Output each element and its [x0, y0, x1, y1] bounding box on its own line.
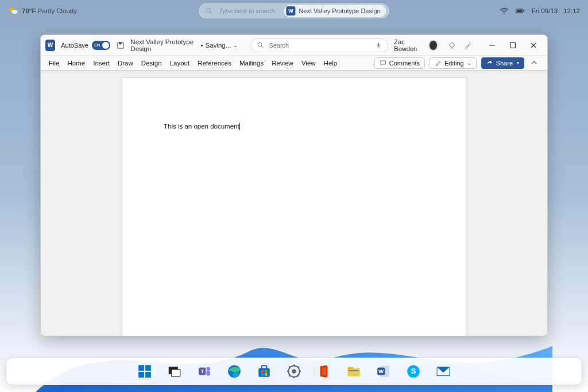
titlebar-search-input[interactable] — [269, 42, 370, 49]
editing-dropdown[interactable]: Editing ⌄ — [430, 57, 477, 69]
search-icon — [205, 7, 213, 15]
system-search-pill[interactable]: Type here to search W Next Valley Protot… — [199, 3, 389, 18]
tab-review[interactable]: Review — [272, 60, 293, 67]
system-search-result-pill[interactable]: W Next Valley Prototype Design — [284, 5, 386, 17]
share-button[interactable]: Share ▾ — [481, 57, 524, 69]
taskbar-task-view[interactable] — [167, 363, 183, 379]
time-text[interactable]: 12:12 — [563, 7, 580, 14]
ribbon-tabs: File Home Insert Draw Design Layout Refe… — [41, 56, 547, 71]
svg-line-3 — [210, 12, 212, 14]
svg-rect-12 — [378, 42, 380, 46]
toggle-switch[interactable]: On — [92, 41, 110, 50]
svg-rect-20 — [138, 372, 144, 378]
titlebar-search[interactable] — [250, 38, 388, 52]
mic-icon[interactable] — [375, 42, 382, 49]
chevron-down-icon: ▾ — [517, 60, 519, 65]
svg-point-26 — [206, 367, 210, 371]
svg-rect-9 — [119, 42, 122, 44]
taskbar-start[interactable] — [137, 363, 153, 379]
taskbar: T W S — [6, 358, 582, 385]
comments-button[interactable]: Comments — [374, 57, 425, 69]
autosave-toggle[interactable]: AutoSave On — [61, 41, 110, 50]
user-name-text: Zac Bowden — [394, 38, 423, 52]
chevron-down-icon: ⌄ — [233, 42, 238, 48]
battery-icon[interactable] — [516, 7, 525, 14]
taskbar-skype[interactable]: S — [405, 363, 421, 379]
svg-rect-29 — [258, 368, 270, 377]
diamond-icon[interactable] — [447, 41, 457, 50]
pencil-icon — [435, 60, 442, 67]
svg-rect-31 — [261, 370, 264, 372]
tab-insert[interactable]: Insert — [93, 60, 110, 67]
svg-point-10 — [258, 42, 262, 46]
document-title[interactable]: Next Valley Prototype Design • Saving...… — [130, 38, 238, 52]
svg-rect-23 — [172, 370, 180, 377]
weather-text: Partly Cloudy — [38, 7, 77, 14]
text-cursor — [239, 123, 240, 130]
svg-line-42 — [298, 375, 299, 377]
share-icon — [486, 60, 493, 67]
system-topbar: 70°F Partly Cloudy Type here to search W… — [0, 5, 588, 17]
document-page[interactable]: This is an open document — [122, 77, 466, 336]
svg-rect-15 — [510, 42, 516, 48]
svg-line-43 — [298, 366, 299, 367]
wifi-icon[interactable] — [500, 7, 509, 14]
window-caption-buttons — [482, 37, 544, 53]
tab-mailings[interactable]: Mailings — [239, 60, 264, 67]
taskbar-edge[interactable] — [226, 363, 242, 379]
weather-icon — [8, 6, 18, 16]
svg-rect-7 — [517, 10, 522, 12]
svg-rect-27 — [206, 371, 210, 376]
svg-rect-30 — [262, 366, 267, 368]
temperature-text: 70°F — [22, 7, 36, 14]
tab-layout[interactable]: Layout — [170, 60, 190, 67]
tab-file[interactable]: File — [49, 60, 60, 67]
tab-references[interactable]: References — [198, 60, 231, 67]
comment-icon — [380, 60, 386, 67]
svg-rect-47 — [349, 370, 358, 371]
system-search-result-text: Next Valley Prototype Design — [299, 7, 380, 14]
taskbar-teams[interactable]: T — [196, 363, 212, 379]
svg-text:T: T — [200, 368, 204, 374]
svg-line-41 — [289, 366, 290, 367]
weather-widget[interactable]: 70°F Partly Cloudy — [8, 6, 77, 16]
taskbar-explorer[interactable] — [346, 363, 362, 379]
document-canvas[interactable]: This is an open document — [41, 71, 547, 336]
taskbar-settings[interactable] — [286, 363, 302, 379]
svg-rect-18 — [138, 365, 144, 371]
pen-icon[interactable] — [463, 41, 473, 50]
autosave-label: AutoSave — [61, 42, 88, 49]
tab-draw[interactable]: Draw — [118, 60, 133, 67]
avatar-icon — [428, 40, 438, 51]
tab-design[interactable]: Design — [141, 60, 162, 67]
system-search-placeholder: Type here to search — [219, 7, 274, 14]
close-button[interactable] — [523, 37, 544, 53]
user-account[interactable]: Zac Bowden — [394, 38, 438, 52]
date-text[interactable]: Fri 09/13 — [532, 7, 558, 14]
svg-rect-21 — [145, 372, 151, 378]
save-icon[interactable] — [116, 40, 125, 51]
svg-line-44 — [289, 375, 290, 377]
tab-home[interactable]: Home — [68, 60, 86, 67]
ribbon-collapse-button[interactable] — [529, 58, 539, 68]
svg-rect-33 — [261, 373, 264, 375]
svg-text:S: S — [411, 367, 416, 375]
titlebar: W AutoSave On Next Valley Prototype Desi… — [41, 35, 547, 56]
maximize-button[interactable] — [502, 37, 523, 53]
taskbar-word[interactable]: W — [376, 363, 392, 379]
taskbar-office[interactable] — [316, 363, 332, 379]
taskbar-store[interactable] — [256, 363, 272, 379]
svg-rect-19 — [145, 365, 151, 371]
tab-view[interactable]: View — [301, 60, 316, 67]
svg-point-36 — [292, 369, 296, 374]
svg-rect-34 — [265, 373, 267, 375]
search-icon — [257, 41, 264, 49]
document-body-text[interactable]: This is an open document — [164, 123, 239, 130]
chevron-down-icon: ⌄ — [467, 60, 471, 66]
minimize-button[interactable] — [482, 37, 502, 53]
tab-help[interactable]: Help — [324, 60, 338, 67]
taskbar-mail[interactable] — [435, 363, 451, 379]
word-logo-icon[interactable]: W — [45, 40, 55, 51]
word-window: W AutoSave On Next Valley Prototype Desi… — [40, 34, 548, 336]
svg-point-1 — [11, 10, 18, 14]
